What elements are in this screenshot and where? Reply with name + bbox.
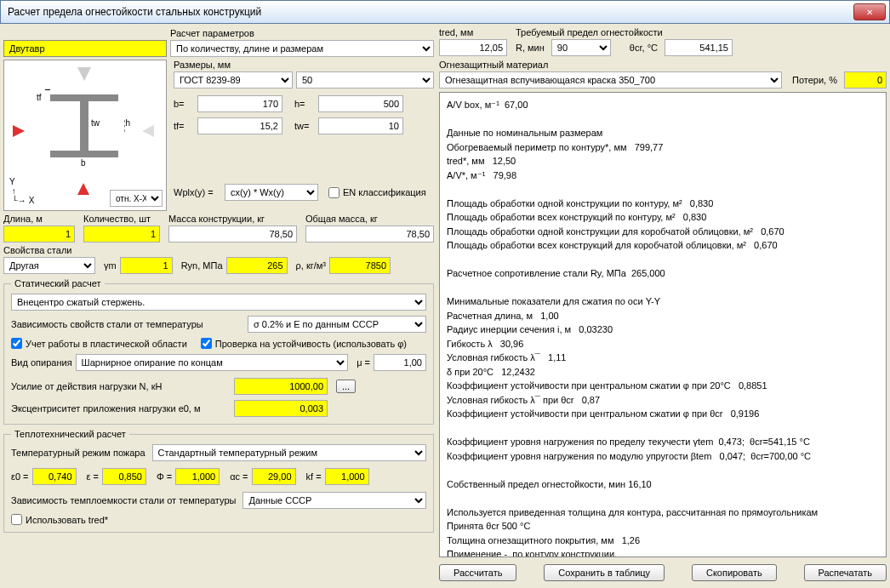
eps-label: ε =	[87, 471, 99, 482]
count-input[interactable]	[83, 225, 160, 243]
phi-input[interactable]	[175, 468, 220, 485]
thermal-legend: Теплотехнический расчет	[11, 429, 129, 439]
r-min-select[interactable]: 90	[551, 39, 611, 56]
profile-type-display: Двутавр	[3, 40, 167, 57]
arrow-left-icon	[142, 125, 154, 137]
phi-label: Φ =	[157, 471, 172, 482]
length-label: Длина, м	[3, 214, 75, 224]
print-button[interactable]: Распечатать	[804, 564, 887, 581]
heat-dep-label: Зависимость темплоемкости стали от темпе…	[11, 495, 236, 505]
h-input[interactable]	[318, 95, 403, 112]
window-title: Расчет предела огнестойкости стальных ко…	[8, 6, 853, 18]
ac-input[interactable]	[252, 468, 296, 485]
b-input[interactable]	[197, 95, 282, 112]
thermal-fieldset: Теплотехнический расчет Температурный ре…	[3, 429, 434, 533]
tw-input[interactable]	[318, 117, 403, 134]
length-input[interactable]	[3, 225, 75, 243]
titlebar: Расчет предела огнестойкости стальных ко…	[0, 0, 890, 24]
tred-input[interactable]	[439, 39, 507, 56]
gamma-m-label: γm	[104, 260, 117, 271]
static-legend: Статический расчет	[11, 278, 105, 288]
kf-label: kf =	[306, 471, 322, 482]
force-label: Усилие от действия нагрузки N, кН	[11, 381, 231, 391]
theta-cr-label: θcr, °C	[630, 43, 658, 53]
sizes-label: Размеры, мм	[174, 60, 434, 70]
mu-label: μ =	[357, 357, 370, 368]
ecc-input[interactable]	[234, 400, 328, 417]
e0-input[interactable]	[32, 468, 77, 485]
ecc-label: Эксцентриситет приложения нагрузки e0, м	[11, 403, 231, 414]
rho-label: ρ, кг/м³	[296, 260, 326, 271]
total-mass-input[interactable]	[305, 225, 434, 243]
results-text[interactable]: A/V box, м⁻¹ 67,00 Данные по номинальным…	[439, 92, 887, 557]
count-label: Количество, шт	[83, 214, 160, 224]
wplx-label: Wplx(y) =	[174, 187, 221, 197]
eps-input[interactable]	[102, 468, 146, 485]
tw-label: tw=	[294, 121, 315, 131]
sigma-select[interactable]: σ 0.2% и E по данным СССР	[248, 316, 426, 333]
theta-cr-input[interactable]	[665, 39, 733, 56]
fire-mode-label: Температурный режим пожара	[11, 448, 145, 458]
static-type-select[interactable]: Внецентро сжатый стержень.	[11, 294, 426, 311]
e0-label: ε0 =	[11, 471, 29, 482]
section-diagram: tf tw h b Y ↑ └→ X отн. X-X	[3, 60, 167, 211]
h-label: h=	[294, 99, 315, 109]
force-more-button[interactable]: ...	[336, 380, 356, 393]
r-min-label: R, мин	[516, 43, 545, 53]
tf-input[interactable]	[197, 117, 282, 134]
mu-input[interactable]	[374, 354, 426, 371]
en-class-check[interactable]: EN классификация	[328, 187, 426, 198]
ac-label: αc =	[230, 471, 248, 482]
arrow-down-icon	[77, 67, 91, 81]
stability-check[interactable]: Проверка на устойчивость (использовать φ…	[201, 338, 407, 349]
axis-select[interactable]: отн. X-X	[110, 190, 163, 207]
mass-input[interactable]	[168, 225, 297, 243]
size-select[interactable]: 50	[296, 71, 434, 88]
calc-params-label: Расчет параметров	[170, 28, 434, 38]
steel-type-select[interactable]: Другая	[3, 257, 95, 274]
steel-props-label: Свойства стали	[3, 245, 434, 255]
tred-label: tred, мм	[439, 27, 507, 37]
save-table-button[interactable]: Сохранить в таблицу	[544, 564, 665, 581]
total-mass-label: Общая масса, кг	[305, 214, 434, 224]
static-fieldset: Статический расчет Внецентро сжатый стер…	[3, 278, 434, 425]
use-tred-check[interactable]: Использовать tred*	[11, 514, 426, 525]
loss-label: Потери, %	[792, 75, 837, 85]
heat-dep-select[interactable]: Данные СССР	[242, 492, 426, 509]
loss-input[interactable]	[844, 71, 887, 88]
dep-temp-label: Зависимость свойств стали от температуры	[11, 319, 244, 329]
close-icon[interactable]: ✕	[853, 3, 886, 20]
plastic-check[interactable]: Учет работы в пластической области	[11, 338, 187, 349]
fire-material-label: Огнезащитный материал	[439, 60, 887, 70]
ryn-label: Ryn, МПа	[181, 260, 223, 271]
gamma-m-input[interactable]	[120, 257, 173, 274]
ryn-input[interactable]	[226, 257, 288, 274]
fire-material-select[interactable]: Огнезащитная вспучивающаяся краска 350_7…	[439, 71, 782, 88]
calc-params-select[interactable]: По количеству, длине и размерам	[170, 40, 434, 57]
calculate-button[interactable]: Рассчитать	[439, 564, 516, 581]
copy-button[interactable]: Скопировать	[692, 564, 777, 581]
fire-mode-select[interactable]: Стандартный температурный режим	[152, 444, 426, 461]
b-label: b=	[174, 99, 194, 109]
gost-select[interactable]: ГОСТ 8239-89	[174, 71, 293, 88]
arrow-up-icon	[77, 183, 89, 195]
required-limit-label: Требуемый предел огнестойкости	[516, 27, 887, 37]
wplx-select[interactable]: cx(y) * Wx(y)	[225, 184, 318, 201]
support-label: Вид опирания	[11, 357, 72, 368]
tf-label: tf=	[174, 121, 194, 131]
support-select[interactable]: Шарнирное опирание по концам	[76, 354, 349, 371]
rho-input[interactable]	[329, 257, 391, 274]
arrow-right-icon	[13, 125, 25, 137]
kf-input[interactable]	[325, 468, 369, 485]
mass-label: Масса конструкции, кг	[168, 214, 297, 224]
force-input[interactable]	[234, 378, 328, 395]
